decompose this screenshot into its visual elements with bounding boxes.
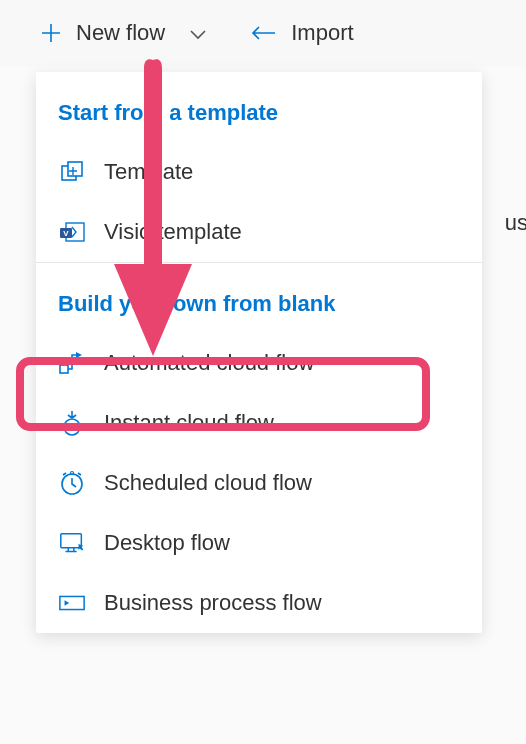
- chevron-down-icon: [189, 20, 207, 46]
- plus-icon: [40, 22, 62, 44]
- import-arrow-icon: [247, 24, 277, 42]
- visio-icon: V: [58, 218, 86, 246]
- menu-item-label: Automated cloud flow: [104, 350, 314, 376]
- menu-item-label: Business process flow: [104, 590, 322, 616]
- toolbar: New flow Import: [0, 0, 526, 66]
- menu-item-automated-cloud-flow[interactable]: Automated cloud flow: [36, 333, 482, 393]
- svg-rect-10: [61, 534, 82, 548]
- svg-point-7: [69, 424, 75, 430]
- new-flow-button[interactable]: New flow: [40, 20, 207, 46]
- desktop-flow-icon: [58, 529, 86, 557]
- scheduled-flow-icon: [58, 469, 86, 497]
- menu-item-scheduled-cloud-flow[interactable]: Scheduled cloud flow: [36, 453, 482, 513]
- menu-item-instant-cloud-flow[interactable]: Instant cloud flow: [36, 393, 482, 453]
- instant-flow-icon: [58, 409, 86, 437]
- template-icon: [58, 158, 86, 186]
- import-button[interactable]: Import: [247, 20, 353, 46]
- background-partial-text: us: [505, 210, 526, 236]
- svg-rect-1: [68, 162, 82, 176]
- section-header-blank: Build your own from blank: [36, 263, 482, 333]
- menu-item-label: Template: [104, 159, 193, 185]
- new-flow-label: New flow: [76, 20, 165, 46]
- section-header-template: Start from a template: [36, 72, 482, 142]
- svg-rect-5: [60, 365, 68, 373]
- svg-rect-11: [60, 596, 84, 609]
- menu-item-visio-template[interactable]: V Visio template: [36, 202, 482, 262]
- menu-item-label: Instant cloud flow: [104, 410, 274, 436]
- menu-item-template[interactable]: Template: [36, 142, 482, 202]
- svg-point-6: [64, 419, 80, 435]
- menu-item-desktop-flow[interactable]: Desktop flow: [36, 513, 482, 573]
- menu-item-business-process-flow[interactable]: Business process flow: [36, 573, 482, 633]
- business-process-icon: [58, 589, 86, 617]
- svg-point-9: [71, 472, 74, 475]
- svg-text:V: V: [63, 229, 69, 238]
- menu-item-label: Scheduled cloud flow: [104, 470, 312, 496]
- import-label: Import: [291, 20, 353, 46]
- menu-item-label: Desktop flow: [104, 530, 230, 556]
- automated-flow-icon: [58, 349, 86, 377]
- new-flow-dropdown: Start from a template Template V Visio t…: [36, 72, 482, 633]
- menu-item-label: Visio template: [104, 219, 242, 245]
